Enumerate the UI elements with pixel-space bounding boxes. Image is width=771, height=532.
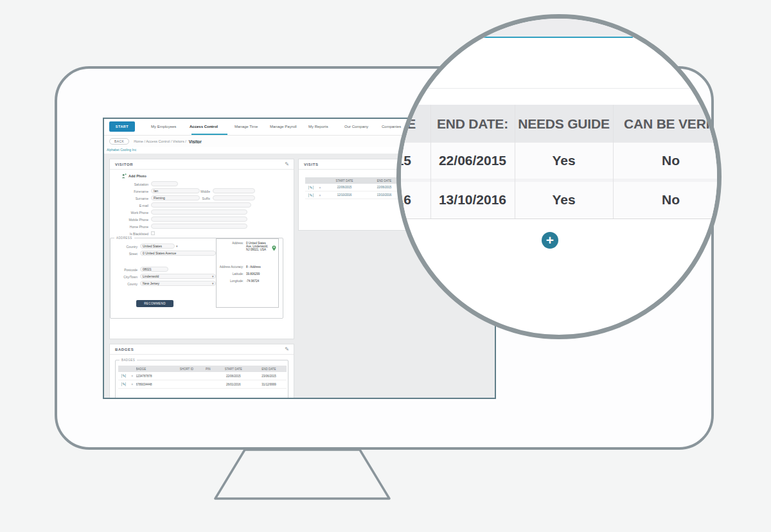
- badges-card: BADGES ✎ BADGES BADGE SHORT ID PIN START…: [109, 344, 294, 399]
- middle-input[interactable]: [213, 188, 255, 193]
- visitor-card: VISITOR ✎ Ad: [109, 159, 294, 339]
- suffix-input[interactable]: [213, 195, 255, 200]
- badges-fieldset: BADGES BADGE SHORT ID PIN START DATE END…: [115, 360, 288, 399]
- geo-address-value: 0 United States Ave, Lindenwold, NJ 0802…: [246, 242, 269, 251]
- lens-table-header: TE END DATE: NEEDS GUIDE CAN BE VERIF: [401, 105, 717, 143]
- city-dropdown-icon: ▾: [212, 274, 214, 278]
- visits-table: START DATE END DATE ✎ × 22/06/2015 22/06…: [305, 177, 405, 199]
- email-label: E-mail: [115, 204, 148, 208]
- work-phone-input[interactable]: [151, 209, 247, 215]
- badge-end-date: 31/12/9999: [251, 383, 287, 386]
- badge-number: 6789034448: [136, 383, 173, 386]
- badges-table-header: BADGE SHORT ID PIN START DATE END DATE: [118, 366, 287, 372]
- nav-item-access-control[interactable]: Access Control: [190, 125, 218, 129]
- badges-col-start-date: START DATE: [216, 368, 251, 371]
- map-pin-icon[interactable]: [272, 245, 276, 251]
- badges-title: BADGES: [115, 348, 134, 351]
- row-delete-icon[interactable]: ×: [128, 374, 136, 378]
- breadcrumb-path[interactable]: Home / Access Control / Visitors /: [134, 139, 186, 143]
- city-label: City/Town: [114, 275, 137, 279]
- county-select[interactable]: New Jersey: [140, 281, 216, 286]
- mobile-phone-label: Mobile Phone: [115, 218, 148, 222]
- surname-label: Surname: [115, 197, 148, 200]
- geo-latitude-value: 39.806299: [246, 272, 278, 276]
- row-delete-icon[interactable]: ×: [315, 186, 324, 190]
- lens-column-divider: [430, 105, 431, 218]
- badge-start-date: 26/01/2016: [216, 383, 251, 386]
- active-tab-underline: [191, 134, 227, 135]
- city-select[interactable]: Lindenwold: [140, 274, 216, 279]
- nav-item-my-employees[interactable]: My Employees: [151, 125, 176, 129]
- suffix-label: Suffix: [191, 197, 210, 200]
- county-label: County: [114, 282, 137, 286]
- start-button[interactable]: START: [109, 121, 135, 132]
- salutation-input[interactable]: [151, 181, 178, 186]
- badges-legend: BADGES: [120, 359, 137, 362]
- salutation-label: Salutation: [115, 182, 148, 186]
- badges-col-end-date: END DATE: [251, 368, 287, 371]
- badges-row[interactable]: ✎ × 6789034448 26/01/2016 31/12/9999: [118, 380, 287, 389]
- add-photo-button[interactable]: Add Photo: [121, 173, 146, 179]
- visit-start-date: 22/06/2015: [324, 186, 364, 189]
- home-phone-label: Home Phone: [115, 225, 148, 229]
- lens-table-row[interactable]: 015 22/06/2015 Yes No: [401, 143, 717, 179]
- add-photo-person-icon: [121, 173, 127, 179]
- lens-can-be-verified: No: [613, 182, 722, 218]
- badges-card-header: BADGES ✎: [110, 344, 294, 355]
- badges-edit-pencil-icon[interactable]: ✎: [285, 346, 289, 352]
- address-fieldset: ADDRESS Country United States ▾ Street 0…: [110, 238, 283, 319]
- nav-item-my-reports[interactable]: My Reports: [308, 125, 328, 129]
- lens-can-be-verified: No: [613, 143, 722, 179]
- breadcrumb-current: Visitor: [189, 139, 202, 144]
- visit-start-date: 12/10/2016: [324, 193, 364, 197]
- email-input[interactable]: [151, 202, 251, 208]
- country-label: Country: [114, 245, 137, 249]
- mobile-phone-input[interactable]: [151, 217, 247, 222]
- forename-label: Forename: [115, 190, 148, 193]
- edit-pencil-icon[interactable]: ✎: [285, 161, 289, 167]
- lens-end-date: 13/10/2016: [430, 182, 515, 218]
- visits-table-header: START DATE END DATE: [305, 177, 405, 184]
- badge-start-date: 22/06/2015: [216, 375, 251, 378]
- blacklisted-label: Is Blacklisted: [115, 232, 148, 236]
- row-edit-icon[interactable]: ✎: [121, 374, 126, 378]
- lens-divider: [401, 88, 717, 89]
- back-button[interactable]: BACK: [109, 138, 129, 145]
- row-edit-icon[interactable]: ✎: [121, 382, 126, 386]
- lens-start-date-partial: 015: [396, 143, 411, 179]
- nav-item-manage-payroll[interactable]: Manage Payroll: [270, 125, 297, 129]
- street-input[interactable]: 0 United States Avenue: [140, 251, 216, 256]
- recommend-button[interactable]: RECOMMEND: [136, 300, 173, 307]
- nav-item-companies[interactable]: Companies: [382, 125, 401, 129]
- country-select[interactable]: United States: [140, 244, 175, 249]
- nav-item-our-company[interactable]: Our Company: [344, 125, 368, 129]
- street-label: Street: [114, 252, 137, 256]
- illustration-stage: START My Employees Access Control Manage…: [0, 0, 771, 532]
- geo-longitude-label: Longitude:: [218, 279, 244, 283]
- badges-col-pin: PIN: [200, 368, 216, 371]
- visits-row[interactable]: ✎ × 12/10/2016 13/10/2016: [305, 191, 405, 199]
- postcode-input[interactable]: 08021: [140, 267, 168, 272]
- row-edit-icon[interactable]: ✎: [308, 186, 313, 190]
- geo-accuracy-label: Address Accuracy:: [218, 265, 244, 269]
- badge-number: 1234787878: [136, 375, 173, 378]
- badges-row[interactable]: ✎ × 1234787878 22/06/2015 23/06/2015: [118, 372, 287, 380]
- blacklisted-checkbox[interactable]: [151, 231, 155, 235]
- country-dropdown-icon: ▾: [176, 244, 178, 248]
- row-edit-icon[interactable]: ✎: [308, 193, 313, 197]
- home-phone-input[interactable]: [151, 224, 247, 229]
- visits-row[interactable]: ✎ × 22/06/2015 22/06/2015: [305, 184, 405, 191]
- lens-end-date: 22/06/2015: [430, 143, 515, 179]
- row-delete-icon[interactable]: ×: [128, 382, 136, 386]
- lens-table-row[interactable]: 016 13/10/2016 Yes No: [401, 182, 717, 218]
- geo-accuracy-value: 8 - Address: [246, 265, 278, 269]
- row-delete-icon[interactable]: ×: [315, 193, 324, 197]
- visitor-card-header: VISITOR ✎: [110, 159, 294, 170]
- geo-longitude-value: -74.96724: [246, 279, 278, 283]
- add-visit-button[interactable]: +: [542, 232, 558, 249]
- magnifier-lens: TE END DATE: NEEDS GUIDE CAN BE VERIF 01…: [396, 14, 722, 339]
- nav-item-manage-time[interactable]: Manage Time: [235, 125, 258, 129]
- lens-needs-guide: Yes: [515, 182, 613, 218]
- company-name: Alphabet Cooling Inc: [107, 148, 136, 152]
- lens-col-end-date: END DATE:: [430, 105, 515, 143]
